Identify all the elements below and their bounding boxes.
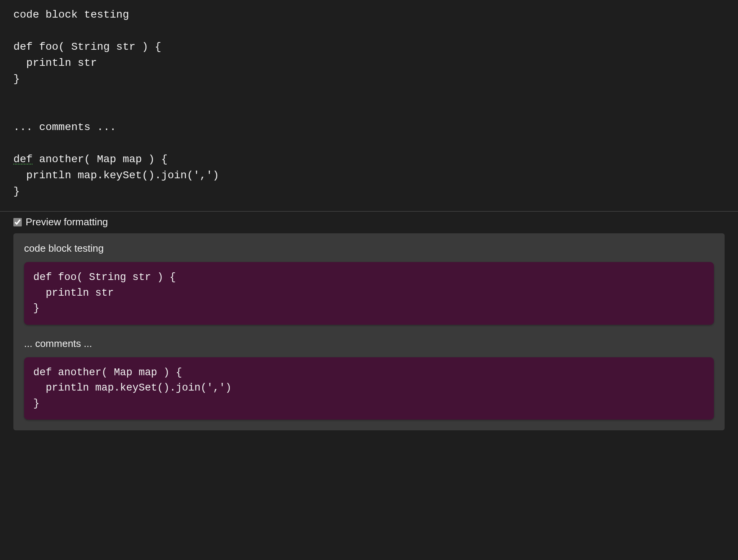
editor-line: } <box>13 73 20 85</box>
editor-pane[interactable]: code block testing def foo( String str )… <box>0 0 738 211</box>
editor-line-rest: another( Map map ) { <box>33 153 167 165</box>
preview-content: code block testing def foo( String str )… <box>13 233 725 430</box>
editor-line: } <box>13 186 20 197</box>
editor-line: println str <box>13 57 97 69</box>
editor-line: code block testing <box>13 9 129 21</box>
editor-spellcheck-word: def <box>13 153 33 165</box>
editor-line: ... comments ... <box>13 121 116 133</box>
preview-paragraph: ... comments ... <box>24 338 714 350</box>
preview-paragraph: code block testing <box>24 243 714 254</box>
preview-checkbox-row: Preview formatting <box>13 216 725 228</box>
preview-code-block: def foo( String str ) { println str } <box>24 262 714 325</box>
editor-line: println map.keySet().join(',') <box>13 169 219 181</box>
preview-code-block: def another( Map map ) { println map.key… <box>24 357 714 420</box>
preview-formatting-label[interactable]: Preview formatting <box>26 216 108 228</box>
editor-line: def foo( String str ) { <box>13 41 161 53</box>
preview-section: Preview formatting code block testing de… <box>0 212 738 442</box>
preview-formatting-checkbox[interactable] <box>13 218 22 226</box>
